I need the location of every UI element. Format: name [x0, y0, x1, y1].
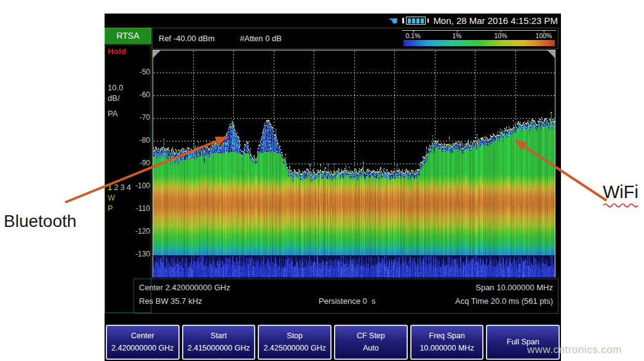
trace-mode: P: [108, 204, 113, 213]
y-tick-label: -70: [130, 113, 150, 122]
y-tick-label: -100: [130, 181, 150, 190]
y-tick-label: -80: [130, 136, 150, 145]
status-bar: ☚ Mon, 28 Mar 2016 4:15:23 PM: [105, 14, 561, 28]
wifi-squiggle-underline: [603, 204, 638, 207]
ref-level-marker-right: [547, 50, 555, 58]
spectrum-canvas: [153, 50, 555, 277]
persistence: Persistence 0 s: [319, 296, 376, 306]
y-tick-label: -130: [130, 250, 150, 258]
y-tick-label: -60: [130, 90, 150, 99]
ref-level-marker-left: [153, 50, 161, 58]
span: Span 10.000000 MHz: [475, 283, 553, 292]
plot-area: -50-60-70-80-90-100-110-120-130: [153, 50, 555, 277]
y-tick-label: -50: [130, 68, 150, 76]
power-plug-icon: [402, 18, 404, 23]
softkey-cf-step[interactable]: CF StepAuto: [334, 325, 408, 360]
bluetooth-annotation-label: Bluetooth: [4, 212, 76, 231]
analyzer-screen: ☚ Mon, 28 Mar 2016 4:15:23 PM RTSA Ref -…: [105, 14, 561, 361]
scale-value: 10.0: [108, 83, 123, 92]
trace-numbers: 1234: [108, 183, 133, 192]
hold-indicator: Hold: [108, 47, 126, 56]
watermark: www.cntronics.com: [527, 344, 622, 356]
header-box: Ref -40.00 dBm #Atten 0 dB 0.1% 1% 10% 1…: [152, 28, 559, 49]
legend-label: 0.1%: [406, 32, 421, 39]
datetime: Mon, 28 Mar 2016 4:15:23 PM: [433, 15, 558, 26]
page: Bluetooth ☚ Mon, 28 Mar 2016 4:15:23 PM …: [0, 0, 644, 361]
legend-label: 10%: [494, 32, 507, 39]
attenuation: #Atten 0 dB: [240, 34, 282, 43]
legend-label: 100%: [536, 32, 552, 39]
wifi-annotation-label: WiFi: [603, 182, 638, 202]
y-tick-label: -90: [130, 159, 150, 167]
persistence-legend: 0.1% 1% 10% 100%: [402, 29, 556, 48]
y-tick-label: -120: [130, 227, 150, 236]
preamp-indicator: PA: [108, 109, 117, 118]
softkey-row: Center2.420000000 GHz Start2.415000000 G…: [106, 325, 560, 360]
softkey-freq-span[interactable]: Freq Span10.000000 MHz: [410, 325, 484, 360]
trace-state: W: [108, 194, 115, 202]
legend-label: 1%: [452, 32, 461, 39]
res-bw: Res BW 35.7 kHz: [139, 296, 202, 306]
acq-time: Acq Time 20.0 ms (561 pts): [455, 296, 553, 306]
softkey-start[interactable]: Start2.415000000 GHz: [182, 325, 256, 360]
sidebar: Hold 10.0 dB/ PA 1234 W P: [105, 44, 151, 313]
softkey-stop[interactable]: Stop2.425000000 GHz: [258, 325, 332, 360]
softkey-center[interactable]: Center2.420000000 GHz: [106, 325, 180, 360]
scale-unit: dB/: [108, 93, 120, 103]
touch-icon: ☚: [388, 15, 398, 26]
footer-box: Center 2.420000000 GHz Span 10.000000 MH…: [133, 279, 559, 314]
battery-icon: [402, 17, 429, 25]
ref-level: Ref -40.00 dBm: [159, 34, 215, 43]
persistence-gradient-bar: [403, 40, 555, 46]
y-tick-label: -110: [130, 204, 150, 213]
center-frequency: Center 2.420000000 GHz: [139, 283, 230, 292]
mode-badge: RTSA: [105, 28, 151, 44]
